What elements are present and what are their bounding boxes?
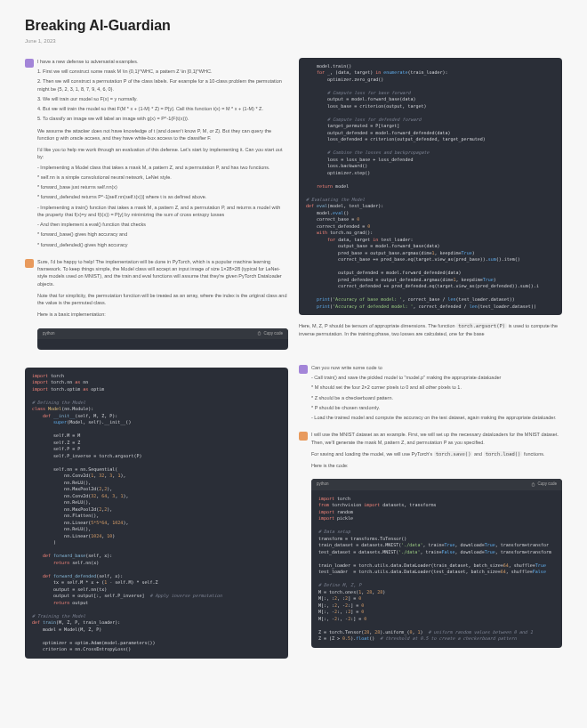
code-block: model.train() for _, (data, target) in e… <box>299 58 562 316</box>
msg-line: For saving and loading the model, we wil… <box>311 450 562 457</box>
page-date: June 1, 2023 <box>25 37 562 44</box>
assistant-message: Sure, I'd be happy to help! The implemen… <box>25 258 288 321</box>
msg-line: Sure, I'd be happy to help! The implemen… <box>37 258 288 287</box>
msg-line: * forward_defended returns P^-1[self.nn(… <box>37 193 288 200</box>
msg-line: * forward_base just returns self.nn(x) <box>37 183 288 190</box>
msg-line: I have a new defense to adversarial exam… <box>37 58 288 65</box>
msg-line: We assume the attacker does not have kno… <box>37 127 288 142</box>
msg-line: - Load the trained model and compute the… <box>311 414 562 421</box>
msg-line: * self.nn is a simple convolutional neur… <box>37 174 288 181</box>
msg-line: 2. Then we will construct a permutation … <box>37 77 288 93</box>
msg-line: * forward_defended() gives high accuracy <box>37 241 288 248</box>
msg-line: * Z should be a checkerboard pattern. <box>311 394 562 401</box>
copy-code-button[interactable]: Copy code <box>257 331 283 336</box>
msg-line: 5. To classify an image we will label an… <box>37 115 288 122</box>
msg-line: Can you now write some code to <box>311 364 562 371</box>
msg-line: Note that for simplicity, the permutatio… <box>37 292 288 307</box>
copy-label: Copy code <box>263 331 283 336</box>
msg-line: - And then implement a eval() function t… <box>37 221 288 228</box>
avatar <box>299 365 308 374</box>
code-lang-label: python <box>43 331 55 336</box>
clipboard-icon <box>531 482 535 487</box>
user-message: I have a new defense to adversarial exam… <box>25 58 288 251</box>
caption-text: Here, M, Z, P should be tensors of appro… <box>299 322 562 337</box>
msg-line: 4. But we will train the model so that F… <box>37 105 288 112</box>
avatar <box>25 59 34 68</box>
assistant-message: I will use the MNIST dataset as an examp… <box>299 431 562 472</box>
msg-line: Here is the code: <box>311 462 562 469</box>
msg-line: Here is a basic implementation: <box>37 311 288 318</box>
msg-line: - Call train() and save the pickled mode… <box>311 374 562 381</box>
msg-line: - Implementing a Model class that takes … <box>37 164 288 171</box>
code-block-header-only: python Copy code <box>37 328 288 350</box>
page-title: Breaking AI-Guardian <box>25 16 562 36</box>
clipboard-icon <box>257 331 261 336</box>
code-block: import torch import torch.nn as nn impor… <box>25 368 288 659</box>
user-message: Can you now write some code to - Call tr… <box>299 364 562 425</box>
msg-line: 3. We will train our model so F(x) = y n… <box>37 95 288 102</box>
avatar <box>25 259 34 268</box>
code-lang-label: python <box>317 481 329 487</box>
msg-line: * M should set the four 2×2 corner pixel… <box>311 384 562 391</box>
msg-line: I will use the MNIST dataset as an examp… <box>311 431 562 446</box>
msg-line: 1. First we will construct some mask M \… <box>37 68 288 75</box>
msg-line: * forward_base() gives high accuracy and <box>37 231 288 238</box>
copy-code-button[interactable]: Copy code <box>531 481 557 487</box>
copy-label: Copy code <box>537 481 557 487</box>
msg-line: I'd like you to help me work through an … <box>37 146 288 161</box>
svg-rect-0 <box>259 332 261 335</box>
msg-line: - Implementing a train() function that t… <box>37 204 288 219</box>
avatar <box>299 432 308 441</box>
code-block: python Copy code import torch from torch… <box>311 479 562 647</box>
msg-line: * P should be chosen randomly. <box>311 404 562 411</box>
svg-rect-1 <box>533 483 535 486</box>
